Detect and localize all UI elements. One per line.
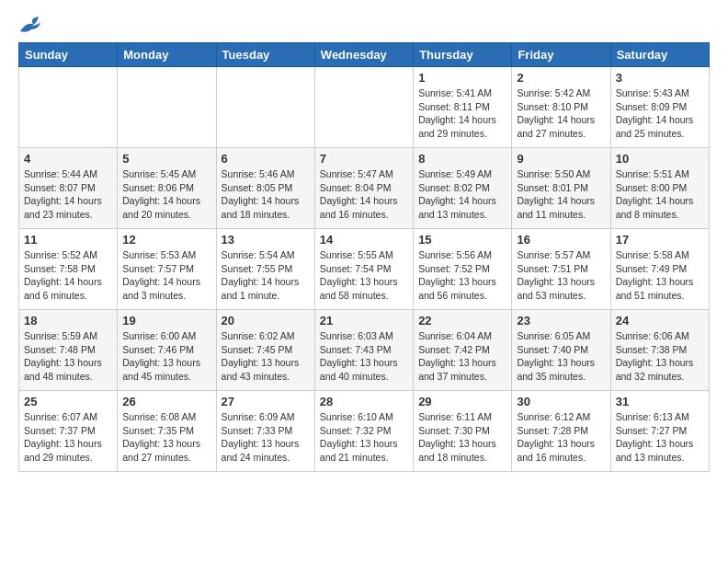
cell-content: Daylight: 14 hours: [616, 113, 704, 127]
cell-content: Sunset: 7:30 PM: [418, 424, 506, 438]
cell-content: and 21 minutes.: [320, 451, 408, 465]
cell-content: Sunrise: 5:42 AM: [517, 86, 605, 100]
cell-content: and 6 minutes.: [24, 289, 112, 303]
cell-content: Sunrise: 6:11 AM: [418, 410, 506, 424]
calendar-cell: 18Sunrise: 5:59 AMSunset: 7:48 PMDayligh…: [19, 310, 118, 391]
calendar-cell: 21Sunrise: 6:03 AMSunset: 7:43 PMDayligh…: [314, 310, 413, 391]
calendar-cell: [216, 67, 314, 148]
cell-content: Daylight: 13 hours: [418, 356, 506, 370]
calendar-cell: 9Sunrise: 5:50 AMSunset: 8:01 PMDaylight…: [512, 148, 610, 229]
calendar-cell: 6Sunrise: 5:46 AMSunset: 8:05 PMDaylight…: [216, 148, 314, 229]
day-number: 27: [222, 395, 310, 408]
cell-content: and 20 minutes.: [122, 208, 210, 222]
day-number: 10: [616, 152, 704, 166]
day-number: 31: [616, 395, 704, 408]
cell-content: Sunset: 8:07 PM: [24, 181, 112, 195]
cell-content: Sunrise: 5:52 AM: [24, 248, 112, 262]
cell-content: Daylight: 13 hours: [320, 437, 408, 451]
day-number: 24: [616, 314, 704, 327]
cell-content: Sunset: 8:05 PM: [222, 181, 310, 195]
cell-content: and 45 minutes.: [122, 370, 210, 384]
calendar-cell: 20Sunrise: 6:02 AMSunset: 7:45 PMDayligh…: [216, 310, 314, 391]
cell-content: Sunrise: 6:07 AM: [24, 410, 112, 424]
day-number: 29: [418, 395, 506, 408]
calendar-cell: 2Sunrise: 5:42 AMSunset: 8:10 PMDaylight…: [512, 67, 610, 148]
cell-content: Sunset: 8:10 PM: [517, 100, 605, 114]
cell-content: and 51 minutes.: [616, 289, 704, 303]
calendar-cell: 17Sunrise: 5:58 AMSunset: 7:49 PMDayligh…: [610, 229, 709, 310]
day-number: 21: [320, 314, 408, 327]
calendar-cell: 15Sunrise: 5:56 AMSunset: 7:52 PMDayligh…: [414, 229, 512, 310]
cell-content: Daylight: 14 hours: [122, 194, 210, 208]
cell-content: Daylight: 13 hours: [222, 356, 310, 370]
cell-content: Sunset: 8:01 PM: [517, 181, 605, 195]
day-number: 6: [222, 152, 310, 166]
cell-content: Daylight: 13 hours: [222, 437, 310, 451]
calendar-cell: 19Sunrise: 6:00 AMSunset: 7:46 PMDayligh…: [118, 310, 216, 391]
cell-content: Daylight: 13 hours: [418, 437, 506, 451]
day-header-wednesday: Wednesday: [314, 43, 413, 67]
cell-content: Sunset: 8:00 PM: [616, 181, 704, 195]
cell-content: Sunrise: 6:05 AM: [517, 329, 605, 343]
day-number: 3: [616, 71, 704, 85]
cell-content: and 27 minutes.: [517, 127, 605, 141]
cell-content: Sunrise: 5:55 AM: [320, 248, 408, 262]
cell-content: and 25 minutes.: [616, 127, 704, 141]
day-header-saturday: Saturday: [610, 43, 709, 67]
cell-content: and 8 minutes.: [616, 208, 704, 222]
cell-content: Sunrise: 6:08 AM: [122, 410, 210, 424]
calendar-cell: 7Sunrise: 5:47 AMSunset: 8:04 PMDaylight…: [314, 148, 413, 229]
cell-content: Daylight: 13 hours: [616, 356, 704, 370]
cell-content: Sunset: 8:02 PM: [418, 181, 506, 195]
calendar-cell: 22Sunrise: 6:04 AMSunset: 7:42 PMDayligh…: [414, 310, 512, 391]
day-number: 18: [24, 314, 112, 327]
calendar-cell: 24Sunrise: 6:06 AMSunset: 7:38 PMDayligh…: [610, 310, 709, 391]
cell-content: Sunset: 7:32 PM: [320, 424, 408, 438]
cell-content: Sunset: 7:40 PM: [517, 343, 605, 357]
cell-content: and 3 minutes.: [122, 289, 210, 303]
cell-content: Sunset: 8:11 PM: [418, 100, 506, 114]
cell-content: Sunrise: 5:51 AM: [616, 167, 704, 181]
cell-content: Daylight: 13 hours: [122, 356, 210, 370]
cell-content: Sunrise: 5:47 AM: [320, 167, 408, 181]
calendar-cell: 3Sunrise: 5:43 AMSunset: 8:09 PMDaylight…: [610, 67, 709, 148]
cell-content: and 16 minutes.: [517, 451, 605, 465]
cell-content: Sunset: 7:42 PM: [418, 343, 506, 357]
cell-content: and 32 minutes.: [616, 370, 704, 384]
cell-content: Daylight: 13 hours: [517, 275, 605, 289]
page-header: [18, 15, 710, 35]
cell-content: Daylight: 14 hours: [122, 275, 210, 289]
calendar-week-row: 1Sunrise: 5:41 AMSunset: 8:11 PMDaylight…: [19, 67, 710, 148]
calendar-cell: 23Sunrise: 6:05 AMSunset: 7:40 PMDayligh…: [512, 310, 610, 391]
cell-content: Sunrise: 5:56 AM: [418, 248, 506, 262]
cell-content: and 37 minutes.: [418, 370, 506, 384]
cell-content: Sunrise: 5:46 AM: [222, 167, 310, 181]
calendar-cell: 11Sunrise: 5:52 AMSunset: 7:58 PMDayligh…: [19, 229, 118, 310]
cell-content: Sunrise: 5:54 AM: [222, 248, 310, 262]
calendar-cell: 5Sunrise: 5:45 AMSunset: 8:06 PMDaylight…: [118, 148, 216, 229]
cell-content: Sunrise: 6:13 AM: [616, 410, 704, 424]
day-header-thursday: Thursday: [414, 43, 512, 67]
calendar-cell: 1Sunrise: 5:41 AMSunset: 8:11 PMDaylight…: [414, 67, 512, 148]
day-header-monday: Monday: [118, 43, 216, 67]
cell-content: and 13 minutes.: [616, 451, 704, 465]
day-number: 12: [122, 233, 210, 247]
cell-content: Daylight: 14 hours: [24, 194, 112, 208]
cell-content: Sunset: 7:55 PM: [222, 262, 310, 276]
cell-content: and 27 minutes.: [122, 451, 210, 465]
cell-content: Sunset: 7:43 PM: [320, 343, 408, 357]
day-number: 20: [222, 314, 310, 327]
calendar-cell: 31Sunrise: 6:13 AMSunset: 7:27 PMDayligh…: [610, 391, 709, 472]
day-number: 8: [418, 152, 506, 166]
day-number: 16: [517, 233, 605, 247]
day-number: 28: [320, 395, 408, 408]
cell-content: Sunset: 7:51 PM: [517, 262, 605, 276]
day-number: 30: [517, 395, 605, 408]
calendar-cell: 30Sunrise: 6:12 AMSunset: 7:28 PMDayligh…: [512, 391, 610, 472]
calendar-cell: [118, 67, 216, 148]
cell-content: Sunset: 7:38 PM: [616, 343, 704, 357]
calendar-cell: 27Sunrise: 6:09 AMSunset: 7:33 PMDayligh…: [216, 391, 314, 472]
cell-content: Daylight: 13 hours: [616, 275, 704, 289]
day-number: 7: [320, 152, 408, 166]
calendar-cell: 14Sunrise: 5:55 AMSunset: 7:54 PMDayligh…: [314, 229, 413, 310]
